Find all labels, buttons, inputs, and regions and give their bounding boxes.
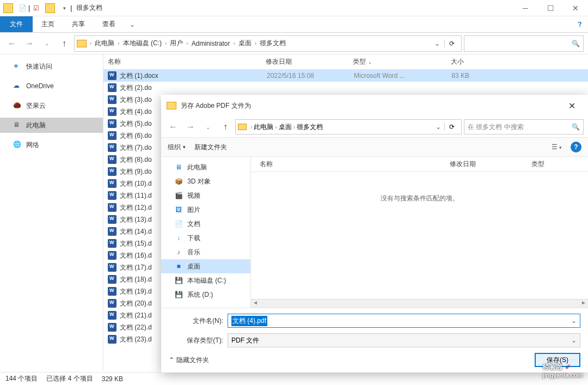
sidebar-item[interactable]: ★快速访问 [0,59,103,74]
scroll-right-icon[interactable]: ► [579,300,588,308]
recent-dropdown[interactable]: ⌄ [39,36,54,51]
column-type[interactable]: 类型⌄ [348,57,425,66]
chevron-right-icon[interactable]: › [293,124,295,130]
dialog-search-input[interactable]: 在 很多文档 中搜索 🔍 [464,119,584,135]
address-dropdown-icon[interactable]: ⌄ [431,40,443,47]
dialog-back-button[interactable]: ← [166,119,181,135]
chevron-right-icon[interactable]: › [165,40,167,46]
scroll-left-icon[interactable]: ◄ [251,300,260,308]
qat-check-icon[interactable]: ☑ [32,4,40,13]
dialog-forward-button[interactable]: → [183,119,198,135]
tab-home[interactable]: 主页 [33,16,63,32]
dialog-tree-item[interactable]: 📄文档 [161,217,250,231]
up-button[interactable]: ↑ [57,36,72,51]
breadcrumb[interactable]: 此电脑 [93,39,117,48]
filetype-dropdown-icon[interactable]: ⌄ [571,337,577,344]
search-input[interactable]: 🔍 [464,35,584,52]
filetype-select[interactable]: PDF 文件 ⌄ [228,333,580,347]
dialog-breadcrumb[interactable]: 很多文档 [297,123,323,132]
hide-folders-button[interactable]: ⌃ 隐藏文件夹 [169,356,209,365]
breadcrumb[interactable]: 桌面 [236,39,254,48]
filename-dropdown-icon[interactable]: ⌄ [571,317,577,325]
navigation-pane: ★快速访问☁OneDrive🌰坚果云🖥此电脑🌐网络 [0,54,103,370]
chevron-right-icon[interactable]: › [233,40,235,46]
sidebar-item[interactable]: 🌐网络 [0,137,103,152]
dialog-address-bar[interactable]: › 此电脑 › 桌面 › 很多文档 ⌄ ⟳ [235,119,462,135]
dialog-refresh-button[interactable]: ⟳ [444,123,459,131]
doc-icon: 📄 [174,219,183,228]
dialog-tree-item[interactable]: 📦3D 对象 [161,174,250,188]
dialog-column-name[interactable]: 名称 [251,160,441,169]
chevron-right-icon[interactable]: › [255,40,256,46]
dialog-recent-dropdown[interactable]: ⌄ [200,119,216,135]
file-row[interactable]: 文档 (1).docx 2022/5/16 15:08 Microsoft Wo… [103,70,588,82]
view-options-icon[interactable]: ☰ ▾ [552,143,562,151]
dialog-address-dropdown[interactable]: ⌄ [432,123,444,131]
dialog-close-button[interactable]: ✕ [561,95,583,117]
tab-share[interactable]: 共享 [63,16,94,32]
dialog-up-button[interactable]: ↑ [218,119,233,135]
dialog-tree-item[interactable]: 🖥此电脑 [161,160,250,174]
dialog-tree-item[interactable]: 🎬视频 [161,188,250,203]
organize-button[interactable]: 组织 ▾ [168,143,186,152]
breadcrumb[interactable]: 很多文档 [258,39,288,48]
sidebar-item-label: 网络 [26,140,39,150]
dialog-tree-item[interactable]: 🖼图片 [161,203,250,217]
forward-button[interactable]: → [22,36,37,51]
word-file-icon [108,263,117,272]
dialog-column-type[interactable]: 类型 [523,160,588,169]
sidebar-item[interactable]: 🖥此电脑 [0,118,103,133]
word-file-icon [108,203,117,212]
folder-icon-2 [45,3,55,13]
dialog-tree-item[interactable]: 💾系统 (D:) [161,288,250,302]
chevron-right-icon[interactable]: › [90,40,91,46]
ribbon-expand-icon[interactable]: ⌄ [124,16,140,32]
dialog-help-icon[interactable]: ? [571,142,581,152]
chevron-right-icon[interactable]: › [118,40,119,46]
sidebar-item[interactable]: ☁OneDrive [0,78,103,94]
qat-dropdown-icon[interactable]: ▾ [60,4,69,13]
status-size: 329 KB [102,375,123,383]
dialog-column-date[interactable]: 修改日期 [441,160,523,169]
word-file-icon [108,335,117,344]
dialog-tree-item[interactable]: 💾本地磁盘 (C:) [161,273,250,288]
breadcrumb[interactable]: Administrator [189,40,232,47]
dialog-tree-item[interactable]: ■桌面 [161,259,250,273]
chevron-right-icon[interactable]: › [275,124,277,130]
qat-save-icon[interactable]: 📄 [18,4,27,13]
file-row[interactable]: 文档 (2).do [103,82,588,94]
down-icon: ↓ [174,234,183,242]
minimize-button[interactable]: ─ [513,0,538,16]
address-bar[interactable]: › 此电脑 › 本地磁盘 (C:) › 用户 › Administrator ›… [74,35,462,52]
column-size[interactable]: 大小 [425,57,468,66]
file-date: 2022/5/16 15:08 [267,72,354,80]
dialog-titlebar: 另存 Adobe PDF 文件为 ✕ [161,95,588,117]
dialog-hscrollbar[interactable]: ◄ ► [251,299,588,308]
maximize-button[interactable]: ☐ [538,0,563,16]
new-folder-button[interactable]: 新建文件夹 [194,143,227,152]
sidebar-item-label: OneDrive [26,82,54,90]
file-tab[interactable]: 文件 [0,16,33,32]
dialog-tree-item[interactable]: ↓下载 [161,231,250,245]
breadcrumb[interactable]: 用户 [168,39,185,48]
chevron-right-icon[interactable]: › [250,124,252,130]
dialog-tree-item[interactable]: ♪音乐 [161,245,250,259]
dialog-breadcrumb[interactable]: 桌面 [279,123,292,132]
chevron-right-icon[interactable]: › [186,40,188,46]
word-file-icon [108,119,117,128]
dialog-breadcrumb[interactable]: 此电脑 [254,123,273,132]
sidebar-item[interactable]: 🌰坚果云 [0,98,103,113]
word-file-icon [108,95,117,104]
close-button[interactable]: ✕ [563,0,588,16]
filename-input[interactable]: 文档 (4).pdf ⌄ [228,314,580,328]
dialog-file-area: 名称 修改日期 类型 没有与搜索条件匹配的项。 ◄ ► [251,157,588,308]
column-name[interactable]: 名称 [103,57,261,66]
tab-view[interactable]: 查看 [94,16,124,32]
help-icon[interactable]: ? [572,16,588,32]
breadcrumb[interactable]: 本地磁盘 (C:) [121,39,164,48]
chevron-up-icon: ⌃ [169,356,174,364]
status-bar: 144 个项目 已选择 4 个项目 329 KB [0,372,588,385]
refresh-button[interactable]: ⟳ [444,40,459,47]
column-date[interactable]: 修改日期 [261,57,348,66]
back-button[interactable]: ← [4,36,20,51]
